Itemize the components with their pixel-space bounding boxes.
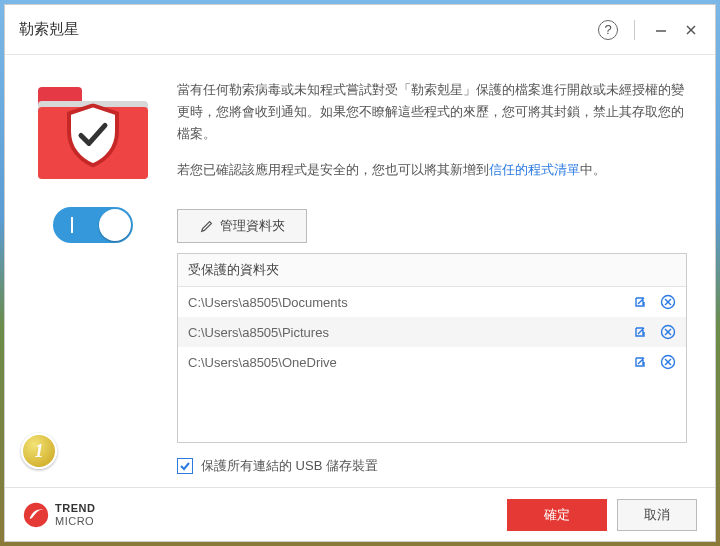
remove-folder-icon[interactable] (660, 294, 676, 310)
step-badge: 1 (21, 433, 57, 469)
brand: TRENDMICRO (23, 502, 497, 528)
ok-button[interactable]: 確定 (507, 499, 607, 531)
titlebar-controls: ? (598, 20, 701, 40)
folder-path: C:\Users\a8505\Pictures (188, 325, 632, 340)
manage-folders-button[interactable]: 管理資料夾 (177, 209, 307, 243)
open-folder-icon[interactable] (632, 324, 648, 340)
desc2-suffix: 中。 (580, 162, 606, 177)
dialog-body: 當有任何勒索病毒或未知程式嘗試對受「勒索剋星」保護的檔案進行開啟或未經授權的變更… (5, 55, 715, 487)
pencil-icon (200, 219, 214, 233)
cancel-button[interactable]: 取消 (617, 499, 697, 531)
separator (634, 20, 635, 40)
table-row[interactable]: C:\Users\a8505\Documents (178, 287, 686, 317)
close-button[interactable] (681, 20, 701, 40)
folder-path: C:\Users\a8505\OneDrive (188, 355, 632, 370)
right-column: 當有任何勒索病毒或未知程式嘗試對受「勒索剋星」保護的檔案進行開啟或未經授權的變更… (177, 79, 687, 475)
svg-point-12 (24, 502, 48, 526)
titlebar: 勒索剋星 ? (5, 5, 715, 55)
table-row[interactable]: C:\Users\a8505\OneDrive (178, 347, 686, 377)
list-body: C:\Users\a8505\Documents C:\Users\a8505\… (178, 287, 686, 442)
remove-folder-icon[interactable] (660, 324, 676, 340)
description-text-2: 若您已確認該應用程式是安全的，您也可以將其新增到信任的程式清單中。 (177, 159, 687, 181)
desc2-prefix: 若您已確認該應用程式是安全的，您也可以將其新增到 (177, 162, 489, 177)
usb-checkbox[interactable] (177, 458, 193, 474)
minimize-button[interactable] (651, 20, 671, 40)
manage-button-label: 管理資料夾 (220, 217, 285, 235)
brand-text: TRENDMICRO (55, 502, 95, 526)
list-header: 受保護的資料夾 (178, 254, 686, 287)
protection-toggle[interactable] (53, 207, 133, 243)
remove-folder-icon[interactable] (660, 354, 676, 370)
trend-micro-logo-icon (23, 502, 49, 528)
table-row[interactable]: C:\Users\a8505\Pictures (178, 317, 686, 347)
protection-icon (38, 79, 148, 179)
usb-protection-row: 保護所有連結的 USB 儲存裝置 (177, 457, 687, 475)
trusted-programs-link[interactable]: 信任的程式清單 (489, 162, 580, 177)
dialog-footer: TRENDMICRO 確定 取消 (5, 487, 715, 541)
description-text: 當有任何勒索病毒或未知程式嘗試對受「勒索剋星」保護的檔案進行開啟或未經授權的變更… (177, 79, 687, 145)
protected-folders-list: 受保護的資料夾 C:\Users\a8505\Documents C:\User… (177, 253, 687, 443)
folder-path: C:\Users\a8505\Documents (188, 295, 632, 310)
help-icon[interactable]: ? (598, 20, 618, 40)
shield-icon (65, 103, 121, 167)
open-folder-icon[interactable] (632, 294, 648, 310)
left-column (33, 79, 153, 475)
open-folder-icon[interactable] (632, 354, 648, 370)
ransomware-protection-dialog: 勒索剋星 ? (4, 4, 716, 542)
window-title: 勒索剋星 (19, 20, 598, 39)
usb-checkbox-label: 保護所有連結的 USB 儲存裝置 (201, 457, 378, 475)
